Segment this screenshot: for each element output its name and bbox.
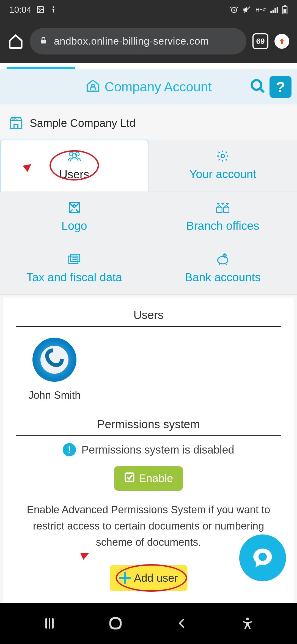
browser-home-button[interactable] bbox=[8, 33, 24, 49]
svg-rect-6 bbox=[274, 8, 276, 13]
signal-icon bbox=[270, 6, 278, 13]
update-indicator-button[interactable] bbox=[274, 34, 289, 49]
svg-rect-22 bbox=[224, 208, 229, 212]
permissions-status: ! Permissions system is disabled bbox=[16, 443, 281, 456]
picture-icon bbox=[36, 6, 45, 14]
tab-your-account[interactable]: Your account bbox=[148, 140, 297, 192]
svg-point-30 bbox=[246, 618, 249, 620]
company-name: Sample Company Ltd bbox=[30, 117, 136, 129]
svg-rect-4 bbox=[270, 11, 272, 13]
avatar bbox=[32, 338, 76, 382]
address-bar[interactable]: andbox.online-billing-service.com bbox=[30, 28, 246, 54]
page-header: Company Account ? bbox=[0, 69, 297, 104]
branches-icon bbox=[215, 201, 230, 214]
user-name: John Smith bbox=[28, 389, 81, 401]
logo-icon bbox=[68, 201, 81, 214]
tab-tax-fiscal[interactable]: Tax and fiscal data bbox=[0, 243, 148, 295]
svg-rect-7 bbox=[277, 7, 278, 13]
svg-point-25 bbox=[218, 256, 228, 264]
tab-switcher-button[interactable]: 69 bbox=[252, 33, 268, 49]
svg-rect-21 bbox=[217, 208, 222, 212]
page-title: Company Account bbox=[105, 79, 212, 94]
user-card[interactable]: John Smith bbox=[24, 338, 85, 401]
nav-home-button[interactable] bbox=[106, 614, 125, 633]
tab-bank-accounts[interactable]: Bank accounts bbox=[148, 243, 297, 295]
check-icon bbox=[124, 472, 135, 485]
add-user-button[interactable]: Add user bbox=[115, 570, 182, 586]
svg-point-13 bbox=[252, 80, 261, 90]
sub-toolbar-strip bbox=[0, 63, 297, 69]
tax-icon bbox=[67, 253, 81, 266]
browser-toolbar: andbox.online-billing-service.com 69 bbox=[0, 19, 297, 63]
users-heading: Users bbox=[16, 309, 281, 327]
company-house-icon bbox=[85, 78, 101, 96]
gear-icon bbox=[216, 149, 229, 163]
add-user-label: Add user bbox=[134, 572, 178, 584]
url-text: andbox.online-billing-service.com bbox=[54, 36, 209, 47]
info-icon: ! bbox=[63, 443, 76, 456]
tab-label: Bank accounts bbox=[185, 271, 261, 284]
svg-rect-10 bbox=[284, 9, 287, 13]
android-status-bar: 10:04 H+⇵ bbox=[0, 0, 297, 19]
search-button[interactable] bbox=[249, 78, 267, 96]
company-header: OPEN Sample Company Ltd bbox=[0, 104, 297, 140]
tab-logo[interactable]: Logo bbox=[0, 192, 148, 243]
svg-rect-5 bbox=[273, 10, 274, 13]
svg-rect-11 bbox=[41, 40, 46, 43]
lock-icon bbox=[39, 35, 48, 48]
tab-label: Your account bbox=[189, 168, 256, 181]
permissions-description: Enable Advanced Permissions System if yo… bbox=[16, 502, 281, 550]
tab-branch-offices[interactable]: Branch offices bbox=[148, 192, 297, 243]
plus-icon bbox=[119, 572, 131, 584]
tab-users[interactable]: Users bbox=[0, 140, 148, 192]
android-nav-bar bbox=[0, 603, 297, 644]
walk-icon bbox=[50, 6, 57, 14]
status-clock: 10:04 bbox=[9, 5, 31, 15]
svg-point-19 bbox=[221, 154, 224, 158]
storefront-icon: OPEN bbox=[8, 115, 24, 131]
battery-icon bbox=[282, 5, 288, 14]
alarm-icon bbox=[230, 5, 238, 14]
users-icon bbox=[67, 150, 82, 163]
nav-recents-button[interactable] bbox=[40, 614, 59, 633]
svg-point-2 bbox=[53, 6, 54, 8]
permissions-status-text: Permissions system is disabled bbox=[81, 444, 234, 456]
tab-label: Logo bbox=[61, 219, 87, 233]
tab-label: Branch offices bbox=[186, 219, 259, 233]
tab-label: Tax and fiscal data bbox=[26, 271, 122, 284]
svg-point-1 bbox=[39, 8, 40, 9]
svg-rect-29 bbox=[110, 618, 120, 628]
vibrate-mute-icon bbox=[242, 5, 252, 14]
nav-accessibility-button[interactable] bbox=[238, 614, 257, 633]
help-label: ? bbox=[276, 78, 285, 95]
nav-back-button[interactable] bbox=[172, 614, 191, 633]
svg-rect-27 bbox=[125, 473, 134, 481]
permissions-heading: Permissions system bbox=[16, 418, 281, 436]
settings-tabs: Users Your account Logo Branch offices bbox=[0, 140, 297, 295]
tab-label: Users bbox=[59, 168, 89, 181]
enable-label: Enable bbox=[139, 472, 173, 485]
chat-fab-button[interactable] bbox=[239, 534, 286, 581]
svg-text:OPEN: OPEN bbox=[12, 118, 19, 120]
help-button[interactable]: ? bbox=[270, 76, 292, 98]
svg-point-28 bbox=[258, 553, 267, 561]
enable-permissions-button[interactable]: Enable bbox=[114, 466, 183, 491]
bank-icon bbox=[216, 253, 229, 266]
network-hplus-icon: H+⇵ bbox=[255, 7, 266, 12]
tab-count: 69 bbox=[256, 37, 265, 46]
